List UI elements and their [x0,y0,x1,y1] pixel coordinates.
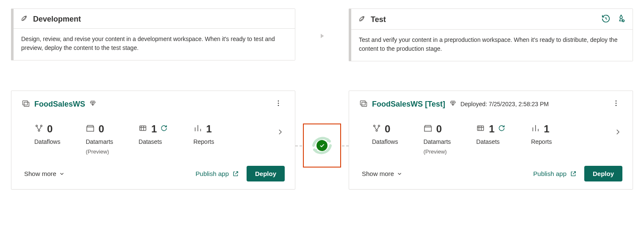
datamarts-icon [423,124,433,135]
svg-rect-14 [362,102,367,107]
stage-title-test: Test [371,15,597,24]
chevron-down-icon [59,171,65,177]
datasets-icon [139,124,148,135]
datasets-icon [476,124,486,135]
metric-sublabel: (Preview) [423,148,451,155]
workspace-icon [22,99,30,109]
metrics-scroll-right[interactable] [274,126,286,140]
metric-count: 1 [206,123,211,135]
metric-dataflows: 0 Dataflows [372,123,398,145]
svg-point-19 [378,125,380,127]
reports-icon [531,124,540,135]
svg-rect-21 [425,127,432,131]
sync-success-badge [316,140,328,151]
metric-reports: 1 Reports [531,123,552,145]
svg-point-2 [622,20,625,22]
deployed-timestamp: Deployed: 7/25/2023, 2:58:23 PM [461,101,549,107]
publish-app-label: Publish app [196,170,229,177]
show-more-button[interactable]: Show more [362,170,402,177]
workspace-more-menu[interactable] [272,98,285,110]
stage-title-development: Development [33,15,288,24]
svg-point-15 [616,100,617,102]
metric-label: Reports [531,138,552,145]
metric-label: Datamarts [423,138,451,145]
metric-dataflows: 0 Dataflows [34,123,60,145]
compare-status-highlight [303,124,341,168]
metric-count: 1 [151,123,157,135]
publish-app-button[interactable]: Publish app [533,170,577,177]
svg-point-18 [374,125,375,127]
stage-forward-arrow [300,8,344,63]
external-link-icon [570,170,577,177]
metric-label: Datasets [139,138,168,145]
stage-description-test: Test and verify your content in a prepro… [351,30,633,61]
publish-app-label: Publish app [533,170,566,177]
diamond-icon [89,100,96,108]
svg-point-7 [278,105,279,106]
svg-point-16 [616,103,617,104]
deploy-button[interactable]: Deploy [584,166,622,181]
metric-count: 1 [544,123,549,135]
svg-rect-12 [140,126,146,131]
svg-point-0 [25,16,26,18]
metrics-scroll-right[interactable] [611,126,624,140]
metric-label: Dataflows [34,138,60,145]
metric-label: Reports [193,138,214,145]
reports-icon [193,124,203,135]
metric-datasets: 1 Datasets [476,123,505,145]
stage-description-development: Design, review, and revise your content … [14,29,295,60]
metric-datamarts: 0 Datamarts (Preview) [86,123,113,155]
refresh-icon[interactable] [498,124,505,134]
svg-point-17 [616,105,617,106]
dataflows-icon [34,124,44,135]
rocket-icon [20,14,29,24]
chevron-down-icon [397,171,402,177]
svg-rect-11 [87,127,94,131]
show-more-label: Show more [362,170,394,177]
metric-count: 0 [436,123,441,135]
metric-count: 0 [98,123,104,135]
workspace-name-link[interactable]: FoodSalesWS [34,100,85,109]
publish-app-button[interactable]: Publish app [196,170,239,177]
svg-point-6 [278,103,279,104]
refresh-icon[interactable] [160,124,168,134]
history-icon[interactable] [601,14,611,25]
settings-deployment-icon[interactable] [616,14,626,25]
svg-rect-22 [477,126,484,131]
stage-card-development: Development Design, review, and revise y… [11,8,295,60]
svg-rect-13 [361,101,366,105]
show-more-button[interactable]: Show more [24,170,65,177]
workspace-more-menu[interactable] [610,98,622,110]
metric-count: 0 [385,123,390,135]
metric-sublabel: (Preview) [86,148,113,155]
workspace-card-test: FoodSalesWS [Test] Deployed: 7/25/2023, … [349,91,633,190]
workspace-name-link[interactable]: FoodSalesWS [Test] [372,100,445,109]
deploy-button[interactable]: Deploy [247,166,285,181]
metric-datasets: 1 Datasets [139,123,168,145]
rocket-icon [358,14,366,25]
svg-point-5 [278,100,279,102]
svg-point-20 [376,130,378,132]
workspace-card-development: FoodSalesWS [11,91,295,190]
metric-reports: 1 Reports [193,123,214,145]
workspace-icon [359,99,368,109]
stage-card-test: Test [349,8,633,61]
svg-point-9 [41,125,42,127]
show-more-label: Show more [24,170,56,177]
svg-point-8 [36,125,38,127]
svg-point-10 [38,130,40,132]
metric-count: 1 [489,123,494,135]
metric-count: 0 [47,123,53,135]
svg-point-1 [363,17,364,18]
metric-label: Datasets [476,138,505,145]
metric-label: Datamarts [86,138,113,145]
metric-datamarts: 0 Datamarts (Preview) [423,123,451,155]
datamarts-icon [86,124,95,135]
svg-rect-4 [24,102,29,107]
svg-rect-3 [23,101,28,105]
metric-label: Dataflows [372,138,398,145]
external-link-icon [232,170,239,177]
diamond-icon [450,100,456,108]
dataflows-icon [372,124,381,135]
